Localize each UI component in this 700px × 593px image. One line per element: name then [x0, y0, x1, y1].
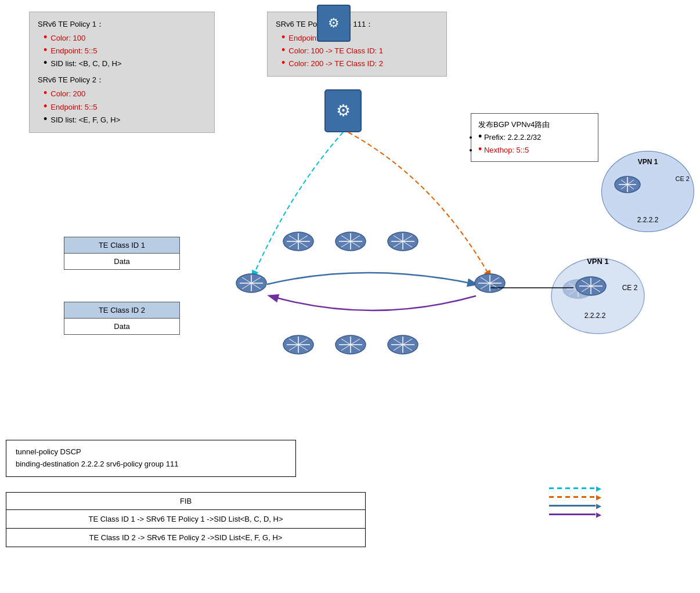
legend-cyan-dashed — [549, 487, 596, 489]
svg-text:CE 2: CE 2 — [622, 284, 638, 292]
bullet-red-icon: • — [282, 57, 285, 68]
te-class2-header: TE Class ID 2 — [64, 302, 179, 319]
group-item1: • Endpoint: 5::5 — [282, 32, 438, 45]
policy1-color: Color: 100 — [50, 32, 85, 45]
tunnel-policy-box: tunnel-policy DSCP binding-destination 2… — [6, 440, 296, 477]
bullet-red-icon: • — [282, 45, 285, 55]
tunnel-line1: tunnel-policy DSCP — [16, 446, 286, 458]
bullet-red-icon: • — [44, 101, 47, 111]
blue-solid-arrow-icon — [549, 505, 596, 507]
legend-blue-solid — [549, 505, 596, 507]
policy1-item3: • SID list: <B, C, D, H> — [44, 57, 206, 70]
bullet-red-icon: • — [478, 143, 482, 155]
svg-text:2.2.2.2: 2.2.2.2 — [584, 312, 606, 320]
bullet-red-icon: • — [282, 32, 285, 42]
policy1-sid: SID list: <B, C, D, H> — [50, 57, 121, 70]
svg-line-10 — [7, 5, 26, 16]
te-class2-box: TE Class ID 2 Data — [64, 302, 180, 335]
group-color2: Color: 200 -> TE Class ID: 2 — [288, 57, 383, 70]
policy-box-1-2: SRv6 TE Policy 1： • Color: 100 • Endpoin… — [29, 12, 215, 133]
policy-group-box: SRv6 TE Policy Group 111： • Endpoint: 5:… — [267, 12, 447, 77]
bgp-item1: • Prefix: 2.2.2.2/32 — [478, 131, 591, 144]
bgp-prefix: Prefix: 2.2.2.2/32 — [484, 133, 541, 142]
legend — [549, 487, 596, 522]
legend-orange-dashed — [549, 496, 596, 498]
policy1-endpoint: Endpoint: 5::5 — [50, 45, 97, 57]
cyan-dashed-arrow-icon — [549, 487, 596, 489]
ce-label: CE 2 — [676, 175, 690, 182]
fib-row1: TE Class ID 1 -> SRv6 TE Policy 1 ->SID … — [6, 510, 365, 529]
group-item2: • Color: 100 -> TE Class ID: 1 — [282, 45, 438, 57]
vpn-address: 2.2.2.2 — [637, 216, 659, 224]
bgp-item2: • Nexthop: 5::5 — [478, 144, 591, 157]
svg-text:VPN 1: VPN 1 — [587, 257, 609, 266]
bullet-red-icon: • — [44, 88, 47, 98]
bullet-red-icon: • — [44, 32, 47, 42]
svg-point-12 — [551, 258, 644, 334]
bullet-black-icon: • — [44, 114, 47, 124]
legend-purple-solid — [549, 514, 596, 515]
policy2-item2: • Endpoint: 5::5 — [44, 101, 206, 114]
group-item3: • Color: 200 -> TE Class ID: 2 — [282, 57, 438, 70]
policy2-item1: • Color: 200 — [44, 88, 206, 100]
fib-row2: TE Class ID 2 -> SRv6 TE Policy 2 ->SID … — [6, 529, 365, 547]
policy1-item1: • Color: 100 — [44, 32, 206, 45]
bgp-nexthop: Nexthop: 5::5 — [484, 146, 529, 154]
bgp-title: 发布BGP VPNv4路由 — [478, 118, 591, 131]
policy1-item2: • Endpoint: 5::5 — [44, 45, 206, 57]
policy2-sid: SID list: <E, F, G, H> — [50, 114, 120, 126]
policy2-color: Color: 200 — [50, 88, 85, 100]
bullet-black-icon: • — [44, 57, 47, 68]
te-class1-header: TE Class ID 1 — [64, 237, 179, 254]
controller-body: ⚙ — [317, 5, 351, 42]
svg-line-11 — [7, 5, 26, 16]
gear-icon: ⚙ — [328, 16, 340, 31]
bullet-black-icon: • — [478, 131, 482, 142]
te-class1-data: Data — [64, 254, 179, 269]
te-class1-box: TE Class ID 1 Data — [64, 237, 180, 270]
vpn-label: VPN 1 — [638, 158, 658, 166]
orange-dashed-arrow-icon — [549, 496, 596, 498]
svg-rect-5 — [325, 90, 361, 132]
vpn-area: VPN 1 CE 2 2.2.2.2 — [601, 151, 694, 232]
purple-solid-arrow-icon — [549, 514, 596, 515]
policy2-item3: • SID list: <E, F, G, H> — [44, 114, 206, 126]
fib-table: FIB TE Class ID 1 -> SRv6 TE Policy 1 ->… — [6, 492, 366, 547]
svg-point-7 — [1, 1, 31, 20]
policy2-title: SRv6 TE Policy 2： — [38, 74, 206, 86]
vpn-router — [613, 174, 642, 197]
svg-text:⚙: ⚙ — [336, 102, 351, 120]
controller: ⚙ — [313, 5, 354, 51]
tunnel-line2: binding-destination 2.2.2.2 srv6-policy … — [16, 458, 286, 471]
policy2-endpoint: Endpoint: 5::5 — [50, 101, 97, 114]
policy1-title: SRv6 TE Policy 1： — [38, 18, 206, 31]
te-class2-data: Data — [64, 319, 179, 334]
bullet-red-icon: • — [44, 45, 47, 55]
fib-header: FIB — [6, 493, 365, 510]
bgp-box: 发布BGP VPNv4路由 • Prefix: 2.2.2.2/32 • Nex… — [471, 113, 598, 162]
policy-group-title: SRv6 TE Policy Group 111： — [276, 18, 438, 31]
